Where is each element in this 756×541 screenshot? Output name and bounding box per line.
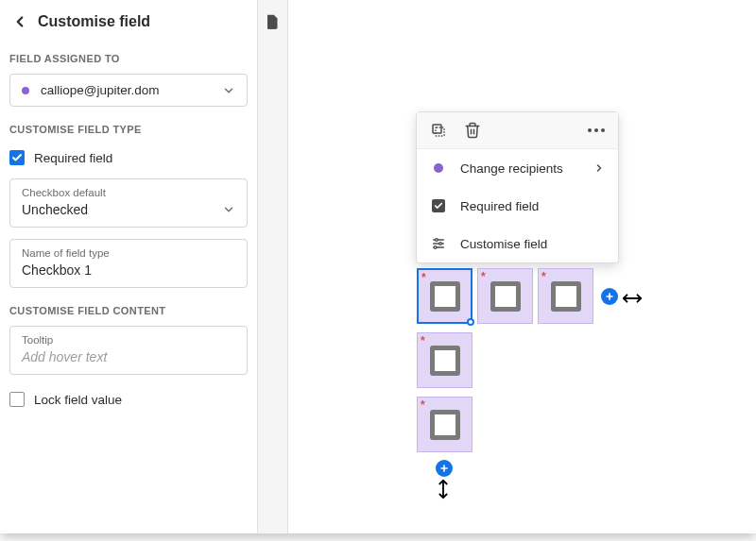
name-value: Checkbox 1 [22,262,235,278]
canvas[interactable] [288,0,756,533]
default-value: Unchecked [22,202,222,217]
add-field-bottom-button[interactable] [436,460,453,477]
checkbox-field[interactable]: * [477,268,533,324]
checkbox-inner-icon [430,281,460,312]
checkbox-field[interactable]: * [538,268,593,324]
chevron-right-icon [593,162,605,174]
assigned-to-label: FIELD ASSIGNED TO [0,40,257,70]
default-label: Checkbox default [22,187,235,198]
lock-label: Lock field value [34,393,122,407]
tooltip-input[interactable]: Tooltip Add hover text [9,326,248,375]
chevron-down-icon [222,84,235,97]
sliders-icon [431,236,446,251]
default-select[interactable]: Checkbox default Unchecked [9,178,248,228]
required-field-label: Required field [460,199,605,213]
change-recipients-item[interactable]: Change recipients [417,149,618,187]
page-title: Customise field [38,13,150,30]
name-input[interactable]: Name of field type Checkbox 1 [9,239,248,288]
change-recipients-label: Change recipients [460,161,593,176]
duplicate-icon[interactable] [430,122,447,139]
checkbox-inner-icon [430,346,460,376]
customise-field-item[interactable]: Customise field [417,225,618,262]
checkbox-inner-icon [490,281,521,312]
svg-point-5 [439,243,442,245]
required-star-icon: * [541,270,546,283]
svg-point-3 [436,239,438,242]
checkbox-field[interactable]: * [417,268,472,324]
resize-vertical-cursor[interactable] [438,479,451,499]
checkbox-field[interactable]: * [417,332,472,388]
checkbox-inner-icon [430,410,460,440]
back-button[interactable] [11,13,28,30]
recipient-value: calliope@jupiter.dom [41,83,222,97]
required-star-icon: * [421,271,426,284]
checkbox-inner-icon [551,281,581,312]
required-field-item[interactable]: Required field [417,187,618,225]
more-icon[interactable] [588,128,605,132]
chevron-down-icon [222,203,235,216]
recipient-select[interactable]: calliope@jupiter.dom [9,74,248,107]
required-star-icon: * [421,334,425,347]
trash-icon[interactable] [464,122,481,139]
add-field-right-button[interactable] [601,288,618,305]
customise-field-label: Customise field [460,237,605,251]
required-star-icon: * [481,270,486,283]
required-star-icon: * [421,398,425,412]
checkbox-icon [432,199,445,212]
resize-horizontal-cursor[interactable] [622,291,643,304]
lock-checkbox[interactable] [9,392,25,407]
tooltip-placeholder: Add hover text [22,349,235,364]
context-menu: Change recipients Required field Customi… [416,111,619,263]
recipient-dot-icon [22,87,29,94]
document-icon[interactable] [265,13,282,32]
tooltip-label: Tooltip [22,334,235,346]
resize-handle[interactable] [467,318,474,326]
checkbox-field[interactable]: * [417,397,472,452]
type-section-label: CUSTOMISE FIELD TYPE [0,110,257,141]
svg-rect-0 [436,127,444,136]
recipient-dot-icon [434,163,443,173]
name-label: Name of field type [22,247,235,259]
svg-point-7 [434,246,437,249]
required-checkbox[interactable] [9,150,25,165]
content-section-label: CUSTOMISE FIELD CONTENT [0,292,257,322]
svg-rect-1 [433,125,441,133]
required-label: Required field [34,151,112,165]
